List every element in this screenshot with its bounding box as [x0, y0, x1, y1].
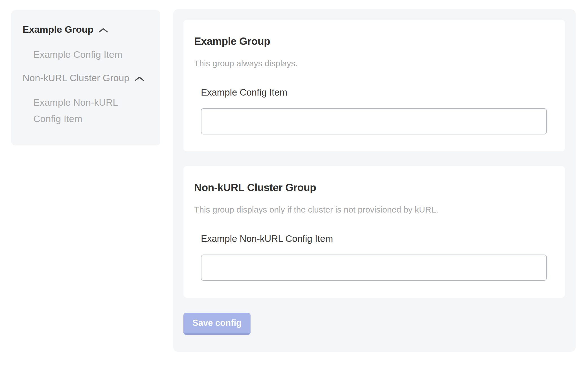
config-screen: Example Group Example Config Item Non-kU… [0, 0, 588, 367]
config-item: Example Non-kURL Config Item [201, 233, 548, 281]
sidebar-group-non-kurl-cluster-group: Non-kURL Cluster Group Example Non-kURL … [23, 72, 152, 127]
sidebar-item-example-non-kurl-config-item[interactable]: Example Non-kURL Config Item [33, 94, 133, 127]
chevron-up-icon [135, 76, 144, 81]
example-config-item-input[interactable] [201, 108, 547, 134]
group-description: This group always displays. [194, 58, 548, 69]
group-description: This group displays only if the cluster … [194, 204, 548, 215]
sidebar-group-example-group: Example Group Example Config Item [23, 24, 152, 63]
sidebar-group-label: Non-kURL Cluster Group [23, 72, 130, 83]
config-item-label: Example Non-kURL Config Item [201, 233, 548, 244]
config-main-panel: Example Group This group always displays… [173, 9, 576, 352]
save-row: Save config [183, 313, 565, 335]
config-item: Example Config Item [201, 87, 548, 134]
sidebar-group-label: Example Group [23, 24, 93, 35]
config-group-card-example-group: Example Group This group always displays… [183, 20, 565, 151]
sidebar-group-header-example-group[interactable]: Example Group [23, 24, 152, 35]
sidebar-item-example-config-item[interactable]: Example Config Item [33, 46, 133, 63]
chevron-up-icon [98, 28, 108, 33]
group-title: Non-kURL Cluster Group [194, 181, 548, 194]
example-non-kurl-config-item-input[interactable] [201, 255, 547, 281]
config-sidebar: Example Group Example Config Item Non-kU… [11, 10, 160, 145]
config-item-label: Example Config Item [201, 87, 548, 98]
sidebar-group-header-non-kurl-cluster-group[interactable]: Non-kURL Cluster Group [23, 72, 152, 83]
save-config-button[interactable]: Save config [183, 313, 251, 335]
config-group-card-non-kurl-cluster-group: Non-kURL Cluster Group This group displa… [183, 166, 565, 298]
group-title: Example Group [194, 35, 548, 48]
